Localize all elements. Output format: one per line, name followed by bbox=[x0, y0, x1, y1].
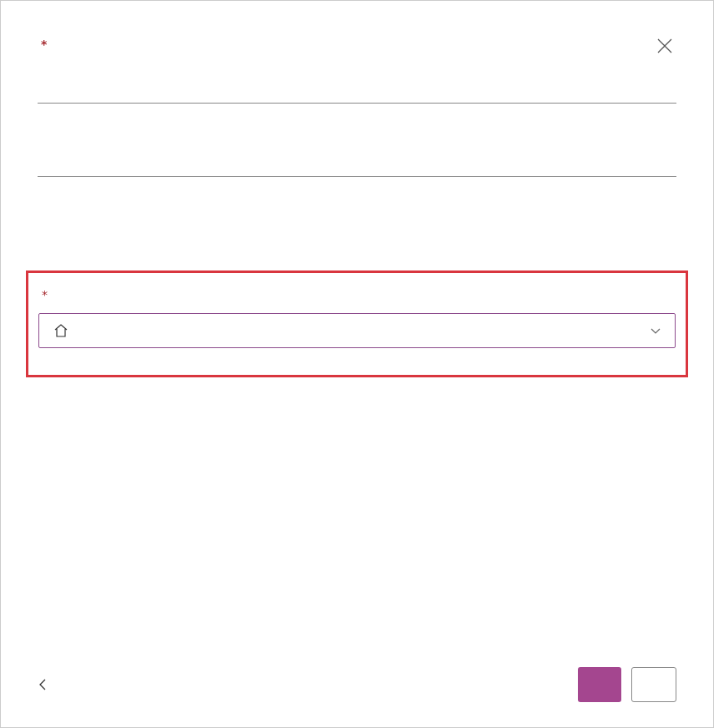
description-input[interactable] bbox=[38, 142, 676, 177]
chevron-down-icon bbox=[650, 325, 661, 336]
create-list-dialog: * * bbox=[1, 1, 713, 377]
save-to-section: * bbox=[26, 270, 688, 377]
cancel-button[interactable] bbox=[631, 667, 676, 702]
name-label: * bbox=[38, 38, 676, 51]
save-to-label: * bbox=[38, 288, 676, 301]
chevron-left-icon bbox=[38, 678, 48, 691]
home-icon bbox=[53, 322, 69, 339]
back-button[interactable] bbox=[38, 678, 58, 691]
close-button[interactable] bbox=[653, 34, 676, 58]
required-indicator: * bbox=[41, 38, 47, 51]
close-icon bbox=[657, 38, 672, 53]
required-indicator: * bbox=[42, 288, 48, 301]
create-button[interactable] bbox=[578, 667, 621, 702]
save-to-dropdown[interactable] bbox=[38, 313, 676, 348]
dialog-footer bbox=[38, 667, 676, 702]
name-input[interactable] bbox=[38, 56, 676, 104]
